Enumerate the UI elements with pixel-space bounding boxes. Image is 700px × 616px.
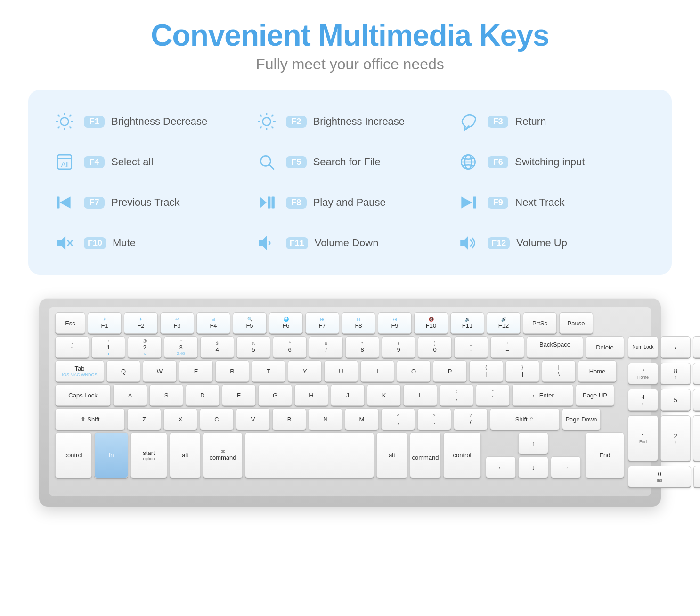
- key-f6[interactable]: 🌐F6: [269, 312, 303, 334]
- key-f3[interactable]: ↩F3: [160, 312, 194, 334]
- key-shift-right[interactable]: Shift ⇧: [490, 408, 560, 430]
- key-control-right[interactable]: control: [443, 432, 481, 478]
- key-backspace[interactable]: BackSpace←——: [527, 336, 583, 358]
- key-q[interactable]: Q: [106, 360, 140, 382]
- key-np-5[interactable]: 5: [660, 389, 691, 411]
- key-np-7[interactable]: 7Home: [628, 363, 658, 384]
- key-t[interactable]: T: [252, 360, 285, 382]
- key-slash[interactable]: ?/: [454, 408, 488, 430]
- key-cmd-left[interactable]: ⌘command: [203, 432, 243, 478]
- key-np-1[interactable]: 1End: [628, 415, 658, 461]
- key-home[interactable]: Home: [578, 360, 617, 382]
- key-f11[interactable]: 🔉F11: [450, 312, 484, 334]
- key-5[interactable]: %5: [236, 336, 270, 358]
- key-f[interactable]: F: [222, 384, 256, 406]
- key-d[interactable]: D: [186, 384, 220, 406]
- key-delete[interactable]: Delete: [586, 336, 624, 358]
- key-f4[interactable]: ⊞F4: [196, 312, 230, 334]
- key-v[interactable]: V: [236, 408, 270, 430]
- key-esc[interactable]: Esc: [55, 312, 85, 334]
- key-f5[interactable]: 🔍F5: [233, 312, 267, 334]
- key-o[interactable]: O: [397, 360, 431, 382]
- key-a[interactable]: A: [113, 384, 147, 406]
- key-caps-lock[interactable]: Caps Lock: [55, 384, 111, 406]
- key-np-4[interactable]: 4←: [628, 389, 658, 411]
- key-h[interactable]: H: [294, 384, 328, 406]
- key-e[interactable]: E: [179, 360, 213, 382]
- key-n[interactable]: N: [309, 408, 342, 430]
- key-arrow-right[interactable]: →: [551, 456, 581, 478]
- key-c[interactable]: C: [200, 408, 234, 430]
- key-fn-blue[interactable]: fn: [94, 432, 128, 478]
- key-quote[interactable]: "': [476, 384, 510, 406]
- key-np-0[interactable]: 0Ins: [628, 466, 691, 487]
- key-x[interactable]: X: [163, 408, 197, 430]
- key-f12[interactable]: 🔊F12: [487, 312, 521, 334]
- key-m[interactable]: M: [345, 408, 379, 430]
- key-p[interactable]: P: [433, 360, 467, 382]
- key-np-slash[interactable]: /: [660, 336, 691, 358]
- key-np-star[interactable]: *: [693, 336, 700, 358]
- key-minus[interactable]: _-: [454, 336, 488, 358]
- key-arrow-up[interactable]: ↑: [518, 432, 548, 454]
- key-s[interactable]: S: [149, 384, 183, 406]
- key-enter[interactable]: ← Enter: [512, 384, 573, 406]
- key-f1[interactable]: ☀F1: [88, 312, 122, 334]
- key-6[interactable]: ^6: [273, 336, 307, 358]
- key-7[interactable]: &7: [309, 336, 343, 358]
- key-2[interactable]: @2₁: [128, 336, 162, 358]
- key-cmd-right[interactable]: ⌘command: [410, 432, 441, 478]
- key-lbracket[interactable]: {[: [469, 360, 503, 382]
- key-8[interactable]: *8: [345, 336, 379, 358]
- key-np-6[interactable]: 6→: [693, 389, 700, 411]
- key-i[interactable]: I: [360, 360, 394, 382]
- key-pagedown[interactable]: Page Down: [562, 408, 601, 430]
- key-backslash[interactable]: |\: [542, 360, 576, 382]
- key-y[interactable]: Y: [288, 360, 322, 382]
- key-l[interactable]: L: [403, 384, 437, 406]
- key-np-2[interactable]: 2↓: [660, 415, 691, 461]
- key-9[interactable]: (9: [382, 336, 415, 358]
- key-arrow-down[interactable]: ↓: [518, 456, 548, 478]
- key-semicolon[interactable]: :;: [440, 384, 473, 406]
- key-np-8[interactable]: 8↑: [660, 363, 691, 384]
- key-f7[interactable]: ⏮F7: [305, 312, 339, 334]
- key-tab[interactable]: TabIOS MAC WNDOS: [55, 360, 104, 382]
- key-u[interactable]: U: [324, 360, 358, 382]
- key-arrow-left[interactable]: ←: [486, 456, 516, 478]
- key-j[interactable]: J: [331, 384, 365, 406]
- key-pageup[interactable]: Page UP: [576, 384, 614, 406]
- key-np-dot[interactable]: .Del: [693, 466, 700, 487]
- key-f8[interactable]: ⏯F8: [342, 312, 375, 334]
- key-numlock[interactable]: Num Lock: [628, 336, 658, 358]
- key-np-9[interactable]: 9Pg Up: [693, 363, 700, 384]
- key-r[interactable]: R: [215, 360, 249, 382]
- key-pause[interactable]: Pause: [559, 312, 593, 334]
- key-k[interactable]: K: [367, 384, 401, 406]
- key-tilde[interactable]: ~`: [55, 336, 89, 358]
- key-4[interactable]: $4: [200, 336, 234, 358]
- key-start-option[interactable]: startoption: [130, 432, 167, 478]
- key-np-3[interactable]: 3Pg Dn: [693, 415, 700, 461]
- key-rbracket[interactable]: }]: [505, 360, 539, 382]
- key-alt-left[interactable]: alt: [170, 432, 201, 478]
- key-shift-left[interactable]: ⇧ Shift: [55, 408, 125, 430]
- key-space[interactable]: [245, 432, 374, 478]
- key-w[interactable]: W: [143, 360, 177, 382]
- key-f9[interactable]: ⏭F9: [378, 312, 412, 334]
- key-end[interactable]: End: [586, 432, 624, 478]
- key-prtsc[interactable]: PrtSc: [523, 312, 557, 334]
- key-b[interactable]: B: [272, 408, 306, 430]
- key-0[interactable]: )0: [418, 336, 452, 358]
- key-1[interactable]: !1₂: [91, 336, 125, 358]
- key-period[interactable]: >.: [417, 408, 451, 430]
- key-z[interactable]: Z: [127, 408, 161, 430]
- key-f10[interactable]: 🔇F10: [414, 312, 448, 334]
- key-f2[interactable]: ✦F2: [124, 312, 158, 334]
- key-3[interactable]: #32.4G: [164, 336, 198, 358]
- key-comma[interactable]: <,: [381, 408, 415, 430]
- key-g[interactable]: G: [258, 384, 292, 406]
- key-control-left[interactable]: control: [55, 432, 92, 478]
- key-alt-right[interactable]: alt: [376, 432, 407, 478]
- key-equals[interactable]: +=: [490, 336, 524, 358]
